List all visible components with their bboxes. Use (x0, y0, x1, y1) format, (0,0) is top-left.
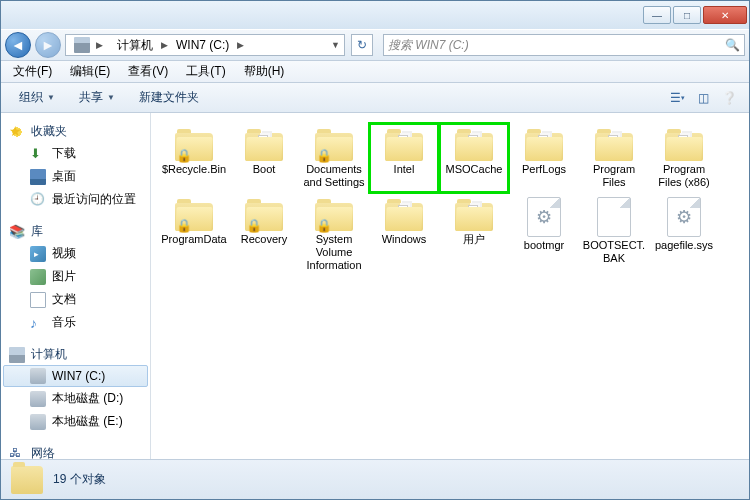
explorer-window: — □ ✕ ◄ ► ▶ 计算机 ▶ WIN7 (C:) ▶ ▼ ↻ 搜索 WIN… (0, 0, 750, 500)
body: 收藏夹 下载 桌面 最近访问的位置 库 视频 图片 文档 音乐 计算机 WIN7… (1, 113, 749, 459)
download-icon (30, 146, 46, 162)
folder-windows[interactable]: Windows (369, 193, 439, 276)
menu-view[interactable]: 查看(V) (120, 61, 176, 82)
folder-documents-settings[interactable]: 🔒Documents and Settings (299, 123, 369, 193)
organize-button[interactable]: 组织▼ (9, 85, 65, 110)
chevron-down-icon: ▼ (47, 93, 55, 102)
folder-svi[interactable]: 🔒System Volume Information (299, 193, 369, 276)
folder-icon (11, 466, 43, 494)
breadcrumb-computer[interactable]: 计算机 (111, 35, 159, 55)
file-pagefile[interactable]: ⚙pagefile.sys (649, 193, 719, 276)
minimize-button[interactable]: — (643, 6, 671, 24)
chevron-right-icon: ▶ (94, 40, 105, 50)
picture-icon (30, 269, 46, 285)
sidebar-item-recent[interactable]: 最近访问的位置 (3, 188, 148, 211)
desktop-icon (30, 169, 46, 185)
nav-pane: 收藏夹 下载 桌面 最近访问的位置 库 视频 图片 文档 音乐 计算机 WIN7… (1, 113, 151, 459)
sidebar-computer[interactable]: 计算机 (1, 344, 150, 365)
drive-icon (30, 414, 46, 430)
recent-icon (30, 192, 46, 208)
file-bootmgr[interactable]: ⚙bootmgr (509, 193, 579, 276)
chevron-right-icon: ▶ (235, 40, 246, 50)
sidebar-item-drive-c[interactable]: WIN7 (C:) (3, 365, 148, 387)
menu-bar: 文件(F) 编辑(E) 查看(V) 工具(T) 帮助(H) (1, 61, 749, 83)
sidebar-libraries[interactable]: 库 (1, 221, 150, 242)
lock-icon: 🔒 (246, 218, 262, 233)
network-icon (9, 446, 25, 460)
forward-button[interactable]: ► (35, 32, 61, 58)
folder-program-files[interactable]: Program Files (579, 123, 649, 193)
folder-intel[interactable]: Intel (369, 123, 439, 193)
star-icon (9, 124, 25, 140)
search-placeholder: 搜索 WIN7 (C:) (388, 37, 469, 54)
search-input[interactable]: 搜索 WIN7 (C:) 🔍 (383, 34, 745, 56)
folder-boot[interactable]: Boot (229, 123, 299, 193)
sidebar-item-pictures[interactable]: 图片 (3, 265, 148, 288)
menu-file[interactable]: 文件(F) (5, 61, 60, 82)
lock-icon: 🔒 (176, 148, 192, 163)
folder-recovery[interactable]: 🔒Recovery (229, 193, 299, 276)
chevron-right-icon: ▶ (159, 40, 170, 50)
titlebar: — □ ✕ (1, 1, 749, 29)
drive-icon (30, 368, 46, 384)
library-icon (9, 224, 25, 240)
gear-icon: ⚙ (676, 206, 692, 228)
sidebar-item-documents[interactable]: 文档 (3, 288, 148, 311)
folder-program-files-x86[interactable]: Program Files (x86) (649, 123, 719, 193)
lock-icon: 🔒 (316, 148, 332, 163)
lock-icon: 🔒 (316, 218, 332, 233)
folder-msocache[interactable]: MSOCache (439, 123, 509, 193)
document-icon (30, 292, 46, 308)
status-item-count: 19 个对象 (53, 471, 106, 488)
preview-pane-button[interactable]: ◫ (691, 87, 715, 109)
folder-recycle-bin[interactable]: 🔒$Recycle.Bin (159, 123, 229, 193)
computer-icon (9, 347, 25, 363)
close-button[interactable]: ✕ (703, 6, 747, 24)
file-bootsect[interactable]: BOOTSECT.BAK (579, 193, 649, 276)
menu-help[interactable]: 帮助(H) (236, 61, 293, 82)
sidebar-item-drive-d[interactable]: 本地磁盘 (D:) (3, 387, 148, 410)
sidebar-favorites[interactable]: 收藏夹 (1, 121, 150, 142)
chevron-down-icon: ▼ (107, 93, 115, 102)
command-bar: 组织▼ 共享▼ 新建文件夹 ☰▾ ◫ ❔ (1, 83, 749, 113)
new-folder-button[interactable]: 新建文件夹 (129, 85, 209, 110)
menu-edit[interactable]: 编辑(E) (62, 61, 118, 82)
sidebar-item-video[interactable]: 视频 (3, 242, 148, 265)
view-mode-button[interactable]: ☰▾ (665, 87, 689, 109)
computer-icon (74, 37, 90, 53)
folder-perflogs[interactable]: PerfLogs (509, 123, 579, 193)
file-list[interactable]: 🔒$Recycle.Bin Boot 🔒Documents and Settin… (151, 113, 749, 459)
sidebar-item-drive-e[interactable]: 本地磁盘 (E:) (3, 410, 148, 433)
back-button[interactable]: ◄ (5, 32, 31, 58)
music-icon (30, 315, 46, 331)
share-button[interactable]: 共享▼ (69, 85, 125, 110)
maximize-button[interactable]: □ (673, 6, 701, 24)
folder-users[interactable]: 用户 (439, 193, 509, 276)
sidebar-network[interactable]: 网络 (1, 443, 150, 459)
video-icon (30, 246, 46, 262)
sidebar-item-downloads[interactable]: 下载 (3, 142, 148, 165)
sidebar-item-music[interactable]: 音乐 (3, 311, 148, 334)
lock-icon: 🔒 (176, 218, 192, 233)
sidebar-item-desktop[interactable]: 桌面 (3, 165, 148, 188)
address-bar[interactable]: ▶ 计算机 ▶ WIN7 (C:) ▶ ▼ (65, 34, 345, 56)
gear-icon: ⚙ (536, 206, 552, 228)
help-button[interactable]: ❔ (717, 87, 741, 109)
refresh-button[interactable]: ↻ (351, 34, 373, 56)
dropdown-icon[interactable]: ▼ (329, 40, 342, 50)
drive-icon (30, 391, 46, 407)
folder-programdata[interactable]: 🔒ProgramData (159, 193, 229, 276)
status-bar: 19 个对象 (1, 459, 749, 499)
menu-tools[interactable]: 工具(T) (178, 61, 233, 82)
breadcrumb-drive[interactable]: WIN7 (C:) (170, 35, 235, 55)
nav-toolbar: ◄ ► ▶ 计算机 ▶ WIN7 (C:) ▶ ▼ ↻ 搜索 WIN7 (C:)… (1, 29, 749, 61)
view-buttons: ☰▾ ◫ ❔ (665, 87, 741, 109)
search-icon: 🔍 (725, 38, 740, 52)
